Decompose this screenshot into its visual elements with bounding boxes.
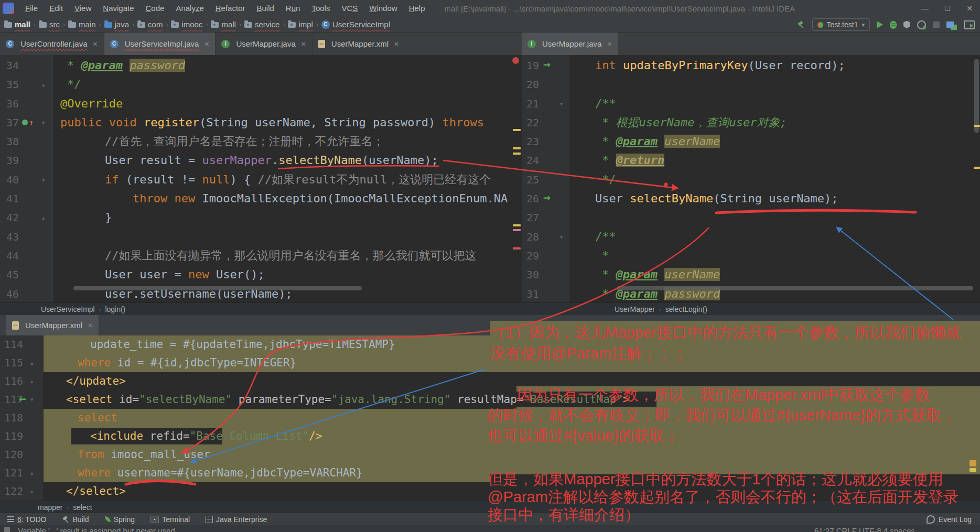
code-line[interactable]: 118select	[0, 409, 967, 427]
code-line[interactable]: 120from imooc_mall_user	[0, 446, 967, 464]
code-line[interactable]: 42▴}	[0, 208, 511, 227]
coverage-button[interactable]	[903, 21, 910, 29]
editor-userserviceimpl[interactable]: 34* @param password35▴*/36@Override37↑▾p…	[0, 55, 522, 302]
code-line[interactable]: 39User result = userMapper.selectByName(…	[0, 151, 511, 170]
tab-usermapper-java[interactable]: UserMapper.java✕	[216, 32, 312, 55]
nav-crumb-mall[interactable]: mall	[4, 20, 30, 29]
override-method-icon[interactable]: ↑	[22, 113, 34, 132]
menu-help[interactable]: Help	[403, 4, 431, 13]
tab-close-icon[interactable]: ✕	[607, 40, 612, 48]
code-line[interactable]: 117←▾<select id="selectByName" parameter…	[0, 390, 967, 409]
tab-usercontroller-java[interactable]: UserController.java✕	[0, 32, 104, 55]
code-line[interactable]: 41throw new ImoocMallException(ImoocMall…	[0, 189, 511, 208]
code-line[interactable]: 19→int updateByPrimaryKey(User record);	[522, 56, 972, 75]
fold-marker-icon[interactable]: ▾	[42, 113, 45, 132]
crumb-right-1[interactable]: selectLogin()	[665, 305, 707, 313]
maximize-icon[interactable]: ☐	[944, 4, 951, 13]
code-line[interactable]: 23* @param userName	[522, 132, 972, 151]
profiler-button[interactable]	[917, 20, 926, 29]
code-line[interactable]: 30* @param userName	[522, 265, 972, 284]
code-line[interactable]: 20	[522, 75, 972, 94]
horizontal-scrollbar[interactable]	[73, 286, 362, 290]
fold-marker-icon[interactable]: ▴	[30, 482, 34, 501]
editor-usermapper-java[interactable]: 19→int updateByPrimaryKey(User record);2…	[522, 55, 980, 302]
menu-tools[interactable]: Tools	[306, 4, 336, 13]
nav-crumb-UserServiceImpl[interactable]: UserServiceImpl	[321, 20, 390, 29]
menu-refactor[interactable]: Refactor	[210, 4, 251, 13]
tool-windows-icon[interactable]	[946, 21, 954, 28]
fold-marker-icon[interactable]: ▴	[30, 372, 34, 390]
menu-window[interactable]: Window	[363, 4, 403, 13]
statusbar-6-todo[interactable]: 6: TODO	[7, 515, 47, 524]
nav-crumb-imooc[interactable]: imooc	[171, 20, 202, 29]
tab-close-icon[interactable]: ✕	[394, 40, 399, 48]
crumb-right-0[interactable]: UserMapper	[615, 305, 655, 313]
event-log-button[interactable]: Event Log	[927, 513, 972, 526]
nav-crumb-service[interactable]: service	[244, 20, 280, 29]
navigate-to-xml-icon[interactable]: →	[543, 189, 551, 208]
nav-crumb-main[interactable]: main	[68, 20, 96, 29]
code-line[interactable]: 37↑▾public void register(String userName…	[0, 113, 511, 132]
fold-marker-icon[interactable]: ▾	[560, 94, 563, 113]
close-icon[interactable]: ✕	[966, 4, 973, 13]
code-line[interactable]: 29*	[522, 246, 972, 265]
vertical-scrollbar[interactable]	[974, 59, 979, 133]
navigate-to-java-icon[interactable]: ←	[19, 390, 26, 409]
code-line[interactable]: 43	[0, 227, 511, 246]
code-line[interactable]: 35▴*/	[0, 75, 511, 94]
code-line[interactable]: 34* @param password	[0, 56, 511, 75]
fold-marker-icon[interactable]: ▴	[42, 75, 45, 94]
code-line[interactable]: 44//如果上面没有抛异常，那么说明用户名没有重名，那么我们就可以把这	[0, 246, 511, 265]
horizontal-scrollbar[interactable]	[617, 286, 973, 290]
tab-close-icon[interactable]: ✕	[301, 40, 306, 48]
code-line[interactable]: 114update_time = #{updateTime,jdbcType=T…	[0, 335, 967, 354]
navigate-to-xml-icon[interactable]: →	[543, 56, 551, 75]
fold-marker-icon[interactable]: ▾	[30, 390, 34, 409]
tab-usermapper-xml[interactable]: UserMapper.xml✕	[6, 315, 99, 335]
menu-vcs[interactable]: VCS	[336, 4, 363, 13]
statusbar-spring[interactable]: Spring	[105, 515, 135, 524]
menu-build[interactable]: Build	[251, 4, 279, 13]
minimize-icon[interactable]: —	[921, 4, 929, 13]
tab-usermapper-xml[interactable]: UserMapper.xml✕	[313, 32, 405, 55]
menu-file[interactable]: File	[19, 4, 44, 13]
statusbar-terminal[interactable]: Terminal	[150, 515, 190, 524]
nav-crumb-com[interactable]: com	[137, 20, 163, 29]
code-line[interactable]: 26→User selectByName(String userName);	[522, 189, 972, 208]
crumb-left-1[interactable]: login()	[105, 305, 125, 313]
menu-edit[interactable]: Edit	[44, 4, 69, 13]
code-line[interactable]: 119<include refid="Base_Column_List"/>	[0, 427, 967, 446]
code-line[interactable]: 25*/	[522, 170, 972, 189]
editor-usermapper-xml[interactable]: 114update_time = #{updateTime,jdbcType=T…	[0, 335, 980, 501]
code-line[interactable]: 115▴where id = #{id,jdbcType=INTEGER}	[0, 354, 967, 372]
fold-marker-icon[interactable]: ▴	[30, 464, 34, 482]
menu-view[interactable]: View	[69, 4, 97, 13]
crumb-bottom-0[interactable]: mapper	[38, 503, 62, 512]
run-anything-icon[interactable]	[964, 20, 975, 29]
code-line[interactable]: 45User user = new User();	[0, 265, 511, 284]
caret-position-info[interactable]: 61:27 CRLF UTF-8 4 spaces	[814, 526, 915, 532]
code-line[interactable]: 121▴where username=#{userName,jdbcType=V…	[0, 464, 967, 482]
fold-marker-icon[interactable]: ▴	[30, 354, 34, 372]
nav-crumb-impl[interactable]: impl	[288, 20, 313, 29]
code-line[interactable]: 38//首先，查询用户名是否存在；注册时，不允许重名；	[0, 132, 511, 151]
code-line[interactable]: 24* @return	[522, 151, 972, 170]
menu-analyze[interactable]: Analyze	[170, 4, 209, 13]
tab-userserviceimpl-java[interactable]: UserServiceImpl.java✕	[104, 32, 216, 55]
fold-marker-icon[interactable]: ▾	[560, 227, 563, 246]
code-line[interactable]: 21▾/**	[522, 94, 972, 113]
run-configuration-select[interactable]: Test.test1 ▾	[812, 18, 870, 31]
code-line[interactable]: 28▾/**	[522, 227, 972, 246]
tab-usermapper-java[interactable]: UserMapper.java✕	[522, 32, 618, 55]
code-line[interactable]: 27	[522, 208, 972, 227]
code-line[interactable]: 40▾if (result != null) { //如果result不为nul…	[0, 170, 511, 189]
menu-navigate[interactable]: Navigate	[97, 4, 139, 13]
nav-crumb-src[interactable]: src	[39, 20, 60, 29]
statusbar-java-enterprise[interactable]: Java Enterprise	[206, 515, 267, 524]
nav-crumb-mall[interactable]: mall	[211, 20, 236, 29]
tab-close-icon[interactable]: ✕	[204, 40, 209, 48]
nav-crumb-java[interactable]: java	[104, 20, 130, 29]
fold-marker-icon[interactable]: ▴	[42, 208, 45, 227]
code-line[interactable]: 116▴</update>	[0, 372, 967, 390]
code-line[interactable]: 122▴</select>	[0, 482, 967, 501]
